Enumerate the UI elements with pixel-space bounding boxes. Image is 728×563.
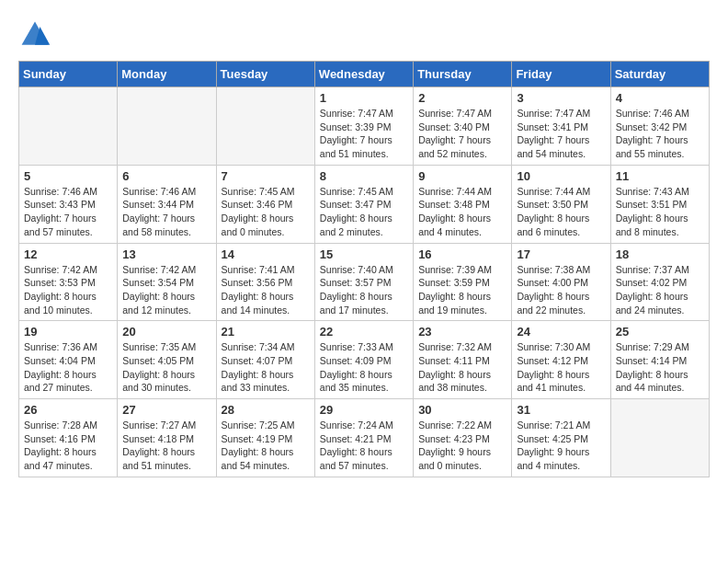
day-number: 27 (122, 403, 210, 417)
calendar-cell: 9Sunrise: 7:44 AM Sunset: 3:48 PM Daylig… (414, 165, 512, 243)
logo-icon (18, 18, 51, 52)
day-info: Sunrise: 7:24 AM Sunset: 4:21 PM Dayligh… (320, 419, 408, 473)
day-info: Sunrise: 7:28 AM Sunset: 4:16 PM Dayligh… (24, 419, 112, 473)
day-number: 13 (122, 247, 210, 261)
day-info: Sunrise: 7:27 AM Sunset: 4:18 PM Dayligh… (122, 419, 210, 473)
calendar-cell: 28Sunrise: 7:25 AM Sunset: 4:19 PM Dayli… (216, 399, 314, 477)
day-info: Sunrise: 7:44 AM Sunset: 3:48 PM Dayligh… (418, 185, 506, 239)
calendar-cell: 3Sunrise: 7:47 AM Sunset: 3:41 PM Daylig… (512, 87, 610, 166)
day-info: Sunrise: 7:46 AM Sunset: 3:44 PM Dayligh… (122, 185, 210, 239)
calendar-cell: 31Sunrise: 7:21 AM Sunset: 4:25 PM Dayli… (512, 399, 610, 477)
calendar-week-1: 1Sunrise: 7:47 AM Sunset: 3:39 PM Daylig… (19, 87, 710, 166)
day-info: Sunrise: 7:38 AM Sunset: 4:00 PM Dayligh… (517, 263, 605, 317)
day-info: Sunrise: 7:40 AM Sunset: 3:57 PM Dayligh… (320, 263, 408, 317)
column-header-tuesday: Tuesday (216, 62, 314, 87)
day-number: 22 (320, 325, 408, 339)
day-info: Sunrise: 7:46 AM Sunset: 3:42 PM Dayligh… (616, 107, 704, 161)
page-header (18, 18, 710, 52)
calendar-cell: 24Sunrise: 7:30 AM Sunset: 4:12 PM Dayli… (512, 321, 610, 399)
calendar-cell: 29Sunrise: 7:24 AM Sunset: 4:21 PM Dayli… (314, 399, 413, 477)
day-info: Sunrise: 7:34 AM Sunset: 4:07 PM Dayligh… (222, 340, 310, 395)
day-info: Sunrise: 7:33 AM Sunset: 4:09 PM Dayligh… (320, 340, 408, 395)
calendar-cell: 6Sunrise: 7:46 AM Sunset: 3:44 PM Daylig… (118, 165, 216, 243)
column-header-monday: Monday (118, 62, 216, 87)
day-number: 2 (418, 91, 506, 105)
day-number: 18 (616, 247, 704, 261)
calendar-cell: 16Sunrise: 7:39 AM Sunset: 3:59 PM Dayli… (414, 243, 512, 321)
day-number: 26 (24, 403, 112, 417)
day-info: Sunrise: 7:39 AM Sunset: 3:59 PM Dayligh… (418, 263, 506, 317)
day-info: Sunrise: 7:44 AM Sunset: 3:50 PM Dayligh… (517, 185, 605, 239)
calendar-cell (19, 87, 118, 166)
day-info: Sunrise: 7:22 AM Sunset: 4:23 PM Dayligh… (418, 419, 506, 473)
day-number: 12 (24, 247, 112, 261)
calendar-header-row: SundayMondayTuesdayWednesdayThursdayFrid… (19, 62, 710, 87)
calendar-cell (610, 399, 709, 477)
day-info: Sunrise: 7:36 AM Sunset: 4:04 PM Dayligh… (24, 340, 112, 395)
day-number: 30 (418, 403, 506, 417)
calendar-week-4: 19Sunrise: 7:36 AM Sunset: 4:04 PM Dayli… (19, 321, 710, 399)
day-info: Sunrise: 7:42 AM Sunset: 3:54 PM Dayligh… (122, 263, 210, 317)
calendar-cell: 21Sunrise: 7:34 AM Sunset: 4:07 PM Dayli… (216, 321, 314, 399)
calendar-cell: 10Sunrise: 7:44 AM Sunset: 3:50 PM Dayli… (512, 165, 610, 243)
calendar-table: SundayMondayTuesdayWednesdayThursdayFrid… (18, 61, 710, 477)
calendar-week-2: 5Sunrise: 7:46 AM Sunset: 3:43 PM Daylig… (19, 165, 710, 243)
day-number: 8 (320, 169, 408, 183)
day-info: Sunrise: 7:29 AM Sunset: 4:14 PM Dayligh… (616, 340, 704, 395)
calendar-cell: 20Sunrise: 7:35 AM Sunset: 4:05 PM Dayli… (118, 321, 216, 399)
calendar-cell: 12Sunrise: 7:42 AM Sunset: 3:53 PM Dayli… (19, 243, 118, 321)
day-info: Sunrise: 7:45 AM Sunset: 3:46 PM Dayligh… (222, 185, 310, 239)
calendar-cell: 1Sunrise: 7:47 AM Sunset: 3:39 PM Daylig… (314, 87, 413, 166)
day-number: 7 (222, 169, 310, 183)
calendar-cell: 22Sunrise: 7:33 AM Sunset: 4:09 PM Dayli… (314, 321, 413, 399)
calendar-cell: 27Sunrise: 7:27 AM Sunset: 4:18 PM Dayli… (118, 399, 216, 477)
day-info: Sunrise: 7:45 AM Sunset: 3:47 PM Dayligh… (320, 185, 408, 239)
calendar-cell: 30Sunrise: 7:22 AM Sunset: 4:23 PM Dayli… (414, 399, 512, 477)
calendar-cell: 14Sunrise: 7:41 AM Sunset: 3:56 PM Dayli… (216, 243, 314, 321)
day-info: Sunrise: 7:46 AM Sunset: 3:43 PM Dayligh… (24, 185, 112, 239)
day-number: 17 (517, 247, 605, 261)
day-number: 19 (24, 325, 112, 339)
column-header-wednesday: Wednesday (314, 62, 413, 87)
day-number: 14 (222, 247, 310, 261)
calendar-cell: 18Sunrise: 7:37 AM Sunset: 4:02 PM Dayli… (610, 243, 709, 321)
day-info: Sunrise: 7:42 AM Sunset: 3:53 PM Dayligh… (24, 263, 112, 317)
calendar-cell: 2Sunrise: 7:47 AM Sunset: 3:40 PM Daylig… (414, 87, 512, 166)
logo (18, 18, 57, 52)
day-info: Sunrise: 7:43 AM Sunset: 3:51 PM Dayligh… (616, 185, 704, 239)
day-info: Sunrise: 7:21 AM Sunset: 4:25 PM Dayligh… (517, 419, 605, 473)
calendar-cell: 25Sunrise: 7:29 AM Sunset: 4:14 PM Dayli… (610, 321, 709, 399)
calendar-cell (216, 87, 314, 166)
day-number: 24 (517, 325, 605, 339)
calendar-cell: 17Sunrise: 7:38 AM Sunset: 4:00 PM Dayli… (512, 243, 610, 321)
calendar-cell: 15Sunrise: 7:40 AM Sunset: 3:57 PM Dayli… (314, 243, 413, 321)
day-number: 10 (517, 169, 605, 183)
day-number: 20 (122, 325, 210, 339)
day-number: 25 (616, 325, 704, 339)
calendar-cell: 8Sunrise: 7:45 AM Sunset: 3:47 PM Daylig… (314, 165, 413, 243)
calendar-cell: 7Sunrise: 7:45 AM Sunset: 3:46 PM Daylig… (216, 165, 314, 243)
day-info: Sunrise: 7:47 AM Sunset: 3:40 PM Dayligh… (418, 107, 506, 161)
day-number: 31 (517, 403, 605, 417)
day-number: 21 (222, 325, 310, 339)
calendar-cell: 11Sunrise: 7:43 AM Sunset: 3:51 PM Dayli… (610, 165, 709, 243)
day-number: 5 (24, 169, 112, 183)
calendar-week-5: 26Sunrise: 7:28 AM Sunset: 4:16 PM Dayli… (19, 399, 710, 477)
day-number: 16 (418, 247, 506, 261)
day-number: 1 (320, 91, 408, 105)
day-info: Sunrise: 7:47 AM Sunset: 3:41 PM Dayligh… (517, 107, 605, 161)
day-info: Sunrise: 7:32 AM Sunset: 4:11 PM Dayligh… (418, 340, 506, 395)
calendar-cell: 19Sunrise: 7:36 AM Sunset: 4:04 PM Dayli… (19, 321, 118, 399)
calendar-cell: 4Sunrise: 7:46 AM Sunset: 3:42 PM Daylig… (610, 87, 709, 166)
day-number: 15 (320, 247, 408, 261)
day-info: Sunrise: 7:37 AM Sunset: 4:02 PM Dayligh… (616, 263, 704, 317)
calendar-week-3: 12Sunrise: 7:42 AM Sunset: 3:53 PM Dayli… (19, 243, 710, 321)
day-number: 28 (222, 403, 310, 417)
day-info: Sunrise: 7:41 AM Sunset: 3:56 PM Dayligh… (222, 263, 310, 317)
day-number: 9 (418, 169, 506, 183)
column-header-friday: Friday (512, 62, 610, 87)
calendar-cell (118, 87, 216, 166)
day-info: Sunrise: 7:35 AM Sunset: 4:05 PM Dayligh… (122, 340, 210, 395)
day-number: 3 (517, 91, 605, 105)
day-number: 23 (418, 325, 506, 339)
